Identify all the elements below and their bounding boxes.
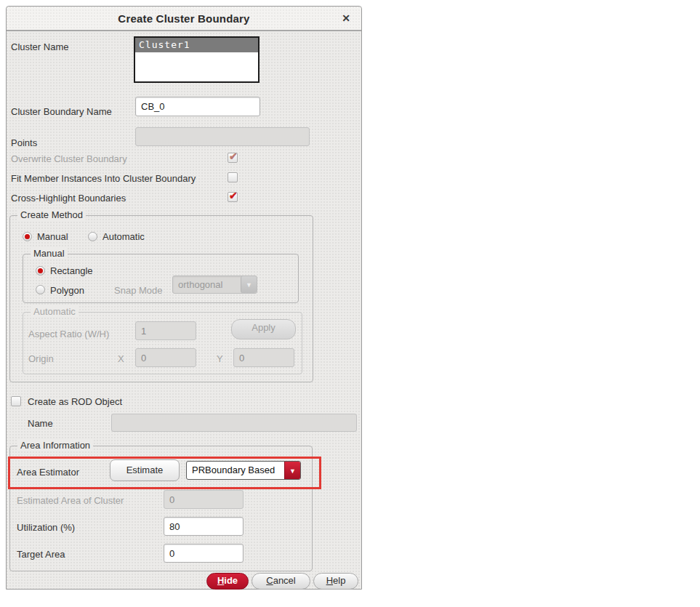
origin-y-input (233, 348, 294, 367)
estimated-area-input (164, 490, 244, 509)
close-icon[interactable]: ✕ (339, 12, 353, 25)
manual-group-legend: Manual (31, 248, 68, 259)
area-estimator-label: Area Estimator (17, 467, 79, 478)
manual-radio[interactable] (23, 232, 32, 241)
target-area-label: Target Area (17, 549, 65, 560)
create-method-legend: Create Method (17, 209, 86, 220)
origin-label: Origin (28, 353, 54, 364)
automatic-radio[interactable] (88, 232, 97, 241)
cross-highlight-label: Cross-Highlight Boundaries (11, 193, 126, 204)
target-area-input[interactable] (164, 544, 244, 563)
rod-name-input (111, 414, 357, 432)
area-information-legend: Area Information (17, 440, 93, 451)
rectangle-radio-label[interactable]: Rectangle (50, 265, 93, 276)
create-cluster-boundary-dialog: Create Cluster Boundary ✕ Cluster Name C… (6, 6, 362, 590)
dialog-titlebar[interactable]: Create Cluster Boundary ✕ (7, 7, 361, 31)
cross-highlight-checkbox[interactable] (228, 192, 238, 202)
create-rod-label[interactable]: Create as ROD Object (28, 396, 122, 407)
utilization-input[interactable] (164, 517, 244, 536)
rectangle-radio[interactable] (36, 266, 45, 276)
area-estimator-dropdown[interactable]: PRBoundary Based ▼ (186, 461, 301, 480)
area-estimator-value: PRBoundary Based (192, 465, 275, 475)
hide-button[interactable]: Hide (206, 573, 249, 590)
estimate-button[interactable]: Estimate (110, 459, 180, 481)
origin-x-input (135, 348, 196, 367)
estimated-area-label: Estimated Area of Cluster (17, 495, 124, 506)
cancel-button[interactable]: Cancel (252, 573, 310, 590)
points-input (135, 127, 310, 146)
dialog-title: Create Cluster Boundary (7, 12, 361, 25)
polygon-radio[interactable] (36, 285, 45, 294)
snap-mode-value: orthogonal (178, 279, 222, 290)
cluster-boundary-name-input[interactable] (135, 97, 260, 116)
utilization-label: Utilization (%) (17, 522, 75, 533)
chevron-down-icon: ▼ (241, 276, 257, 293)
rod-name-label: Name (28, 418, 53, 429)
automatic-radio-label[interactable]: Automatic (102, 231, 145, 242)
manual-radio-label[interactable]: Manual (37, 231, 68, 242)
automatic-group-legend: Automatic (31, 306, 79, 317)
fit-member-checkbox[interactable] (228, 172, 238, 182)
chevron-down-icon[interactable]: ▼ (284, 462, 300, 479)
help-button[interactable]: Help (313, 573, 358, 590)
origin-x-label: X (118, 353, 124, 364)
overwrite-boundary-checkbox (228, 153, 238, 163)
cluster-name-label: Cluster Name (11, 41, 68, 52)
cluster-boundary-name-label: Cluster Boundary Name (11, 106, 112, 117)
cluster-list-item-selected[interactable]: Cluster1 (135, 38, 258, 52)
fit-member-label: Fit Member Instances Into Cluster Bounda… (11, 173, 196, 184)
origin-y-label: Y (217, 353, 223, 364)
snap-mode-dropdown: orthogonal ▼ (172, 276, 257, 294)
aspect-ratio-label: Aspect Ratio (W/H) (28, 329, 109, 339)
snap-mode-label: Snap Mode (114, 285, 163, 296)
polygon-radio-label[interactable]: Polygon (50, 285, 84, 296)
create-rod-checkbox[interactable] (11, 396, 21, 406)
overwrite-boundary-label: Overwrite Cluster Boundary (11, 153, 127, 164)
points-label: Points (11, 137, 37, 148)
aspect-ratio-input (135, 321, 196, 340)
apply-button: Apply (231, 319, 296, 339)
cluster-name-listbox[interactable]: Cluster1 (134, 36, 260, 83)
